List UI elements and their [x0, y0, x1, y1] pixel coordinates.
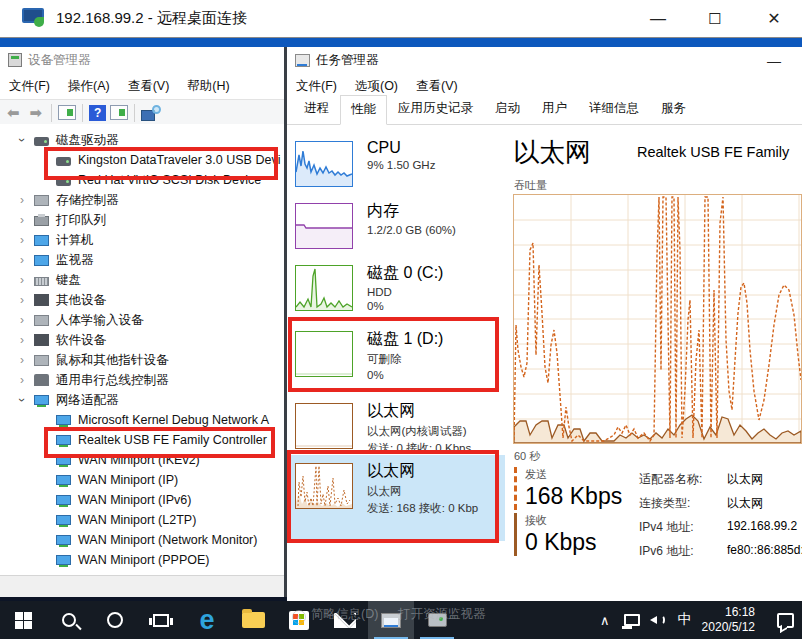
- search-button[interactable]: [46, 601, 92, 639]
- rdp-maximize-icon[interactable]: ☐: [695, 4, 735, 34]
- ime-indicator[interactable]: 中: [678, 611, 692, 629]
- taskbar-clock[interactable]: 16:18 2020/5/12: [702, 605, 759, 635]
- device-manager-app-icon: [8, 53, 22, 67]
- disk0-mini-graph: [295, 265, 353, 311]
- tree-item-hid[interactable]: ›人体学输入设备: [0, 310, 284, 330]
- tree-item-realtek-usb-fe[interactable]: Realtek USB FE Family Controller: [0, 430, 284, 450]
- perf-item-ethernet-kernel[interactable]: 以太网以太网(内核调试器)发送: 0 接收: 0 Kbps: [287, 399, 505, 456]
- tab-users[interactable]: 用户: [531, 94, 578, 124]
- rdp-title: 192.168.99.2 - 远程桌面连接: [56, 9, 247, 28]
- tab-services[interactable]: 服务: [650, 94, 697, 124]
- perf-item-cpu[interactable]: CPU9% 1.50 GHz: [287, 137, 505, 187]
- tray-chevron-icon[interactable]: ∧: [596, 613, 614, 628]
- chevron-collapsed-icon[interactable]: ›: [16, 373, 28, 387]
- tree-item-wan-pppoe[interactable]: WAN Miniport (PPPOE): [0, 550, 284, 570]
- task-view-button[interactable]: [138, 601, 184, 639]
- tab-details[interactable]: 详细信息: [578, 94, 650, 124]
- tree-item-computer[interactable]: ›计算机: [0, 230, 284, 250]
- chevron-collapsed-icon[interactable]: ›: [16, 273, 28, 287]
- tree-item-network-adapters[interactable]: ›网络适配器: [0, 390, 284, 410]
- folder-icon: [242, 612, 265, 628]
- start-button[interactable]: [0, 601, 46, 639]
- tree-item-wan-netmon[interactable]: WAN Miniport (Network Monitor): [0, 530, 284, 550]
- tab-performance[interactable]: 性能: [340, 95, 387, 125]
- perf-item-ethernet[interactable]: 以太网以太网发送: 168 接收: 0 Kbp: [287, 455, 505, 541]
- chevron-collapsed-icon[interactable]: ›: [16, 233, 28, 247]
- rdp-minimize-icon[interactable]: —: [638, 4, 678, 34]
- hid-icon: [34, 315, 49, 326]
- file-explorer-button[interactable]: [230, 601, 276, 639]
- dm-menu-help[interactable]: 帮助(H): [178, 74, 238, 99]
- tree-item-keyboards[interactable]: ›键盘: [0, 270, 284, 290]
- tree-item-kingston-usb[interactable]: Kingston DataTraveler 3.0 USB Devi: [0, 150, 284, 170]
- tree-item-mice[interactable]: ›鼠标和其他指针设备: [0, 350, 284, 370]
- network-adapter-icon: [34, 395, 49, 405]
- tab-processes[interactable]: 进程: [293, 94, 340, 124]
- disk-icon: [56, 157, 71, 166]
- chevron-expanded-icon[interactable]: ›: [15, 134, 29, 146]
- help-icon[interactable]: ?: [89, 105, 106, 121]
- chevron-collapsed-icon[interactable]: ›: [16, 293, 28, 307]
- tree-item-print-queues[interactable]: ›打印队列: [0, 210, 284, 230]
- network-adapter-icon: [56, 535, 71, 545]
- chevron-collapsed-icon[interactable]: ›: [16, 333, 28, 347]
- chevron-collapsed-icon[interactable]: ›: [16, 313, 28, 327]
- task-manager-tabs: 进程 性能 应用历史记录 启动 用户 详细信息 服务: [287, 99, 802, 125]
- chevron-collapsed-icon[interactable]: ›: [16, 193, 28, 207]
- disk-icon: [34, 137, 49, 146]
- task-manager-titlebar: 任务管理器 —: [287, 47, 802, 73]
- tree-item-other-devices[interactable]: ›其他设备: [0, 290, 284, 310]
- send-label: 发送: [525, 467, 622, 482]
- prop-value: 以太网: [727, 471, 763, 488]
- tab-startup[interactable]: 启动: [484, 94, 531, 124]
- disk-icon: [56, 177, 71, 186]
- tree-item-wan-ipv6[interactable]: WAN Miniport (IPv6): [0, 490, 284, 510]
- properties-icon[interactable]: [110, 105, 128, 120]
- action-center-icon[interactable]: [777, 613, 794, 628]
- tree-item-usb-controllers[interactable]: ›通用串行总线控制器: [0, 370, 284, 390]
- tree-item-wan-ip[interactable]: WAN Miniport (IP): [0, 470, 284, 490]
- volume-icon[interactable]: [650, 613, 668, 627]
- tm-minimize-icon[interactable]: —: [767, 53, 781, 69]
- rdp-close-icon[interactable]: ✕: [752, 4, 796, 34]
- network-tray-icon[interactable]: [624, 614, 640, 626]
- chevron-collapsed-icon[interactable]: ›: [16, 213, 28, 227]
- printer-icon: [34, 216, 49, 226]
- dm-menu-file[interactable]: 文件(F): [0, 74, 59, 99]
- tree-item-disk-drives[interactable]: ›磁盘驱动器: [0, 130, 284, 150]
- device-manager-statusbar: [0, 575, 284, 597]
- edge-button[interactable]: e: [184, 601, 230, 639]
- device-manager-toolbar: ⬅ ➡ ?: [0, 99, 284, 126]
- tree-item-redhat-virtio[interactable]: Red Hat VirtIO SCSI Disk Device: [0, 170, 284, 190]
- tree-item-wan-l2tp[interactable]: WAN Miniport (L2TP): [0, 510, 284, 530]
- task-manager-title: 任务管理器: [316, 52, 379, 69]
- dm-menu-action[interactable]: 操作(A): [59, 74, 119, 99]
- perf-item-disk1[interactable]: 磁盘 1 (D:)可删除0%: [287, 327, 505, 381]
- tree-item-storage-controllers[interactable]: ›存储控制器: [0, 190, 284, 210]
- perf-item-disk0[interactable]: 磁盘 0 (C:)HDD0%: [287, 261, 505, 312]
- cortana-button[interactable]: [92, 601, 138, 639]
- perf-item-memory[interactable]: 内存1.2/2.0 GB (60%): [287, 199, 505, 249]
- tree-item-software-devices[interactable]: ›软件设备: [0, 330, 284, 350]
- dm-menu-view[interactable]: 查看(V): [119, 74, 179, 99]
- edge-icon: e: [199, 607, 214, 634]
- chevron-collapsed-icon[interactable]: ›: [16, 353, 28, 367]
- tree-item-wan-ikev2[interactable]: WAN Miniport (IKEv2): [0, 450, 284, 470]
- tree-item-ms-kernel-debug[interactable]: Microsoft Kernel Debug Network A: [0, 410, 284, 430]
- other-device-icon: [34, 294, 49, 306]
- chevron-collapsed-icon[interactable]: ›: [16, 253, 28, 267]
- network-adapter-icon: [56, 495, 71, 505]
- device-manager-window: 设备管理器 文件(F) 操作(A) 查看(V) 帮助(H) ⬅ ➡ ? ›磁盘驱…: [0, 47, 287, 597]
- network-adapter-icon: [56, 515, 71, 525]
- tree-item-monitors[interactable]: ›监视器: [0, 250, 284, 270]
- forward-arrow-icon[interactable]: ➡: [27, 104, 46, 122]
- console-tree-icon[interactable]: [58, 105, 76, 120]
- chevron-expanded-icon[interactable]: ›: [15, 394, 29, 406]
- network-adapter-icon: [56, 455, 71, 465]
- recv-label: 接收: [525, 513, 597, 528]
- tab-app-history[interactable]: 应用历史记录: [387, 94, 484, 124]
- memory-mini-graph: [295, 203, 353, 249]
- device-tree: ›磁盘驱动器 Kingston DataTraveler 3.0 USB Dev…: [0, 124, 284, 575]
- scan-hardware-icon[interactable]: [141, 105, 161, 121]
- back-arrow-icon[interactable]: ⬅: [4, 104, 23, 122]
